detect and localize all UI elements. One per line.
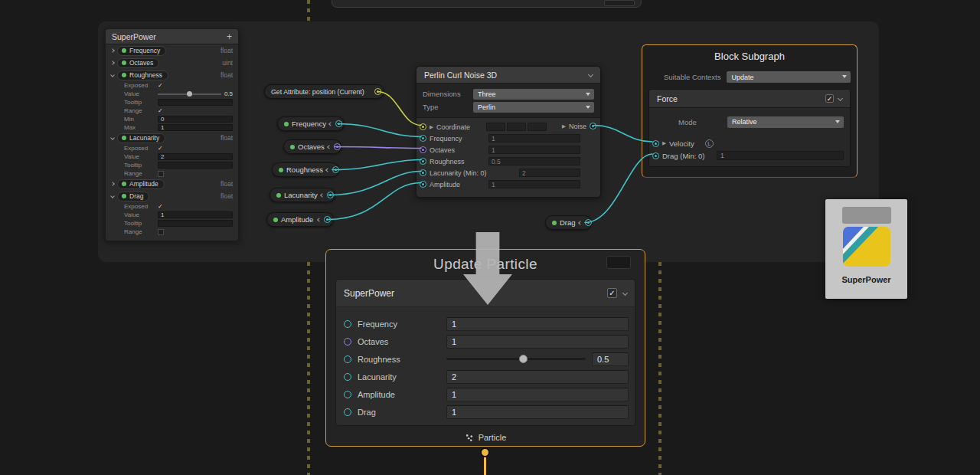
collapse-icon[interactable]	[110, 194, 115, 198]
expand-port-icon[interactable]: ▶	[662, 140, 666, 146]
dimensions-dropdown[interactable]: Three	[473, 89, 594, 100]
value-slider[interactable]	[158, 93, 221, 95]
value-field[interactable]: 2	[446, 370, 629, 384]
enabled-checkbox[interactable]: ✓	[825, 94, 834, 103]
output-port[interactable]	[327, 192, 334, 198]
expand-icon[interactable]	[110, 61, 115, 65]
property-pill[interactable]: Amplitude	[117, 179, 165, 189]
drag-value-field[interactable]: 1	[717, 151, 844, 160]
chevron-down-icon[interactable]	[622, 290, 628, 296]
output-port[interactable]	[335, 120, 342, 127]
x-field[interactable]	[486, 123, 505, 131]
chevron-down-icon[interactable]	[838, 96, 843, 101]
param-node-lacunarity[interactable]: Lacunarity	[270, 188, 335, 202]
slider-handle[interactable]	[187, 91, 192, 97]
collapse-icon[interactable]	[578, 221, 583, 225]
collapse-icon[interactable]	[110, 73, 115, 77]
node-header[interactable]: Perlin Curl Noise 3D	[416, 67, 600, 84]
value-field[interactable]: 0.5	[592, 352, 629, 366]
param-node-roughness[interactable]: Roughness	[272, 162, 339, 177]
input-port[interactable]	[420, 123, 426, 130]
input-port[interactable]	[344, 355, 351, 363]
input-port[interactable]	[344, 320, 351, 328]
property-pill[interactable]: Lacunarity	[117, 133, 165, 143]
param-node-octaves[interactable]: Octaves	[283, 139, 341, 154]
add-property-button[interactable]: +	[227, 31, 232, 42]
input-port[interactable]	[420, 146, 426, 153]
space-badge[interactable]: L	[705, 139, 714, 148]
context-header-badge[interactable]	[606, 256, 631, 269]
input-port[interactable]	[420, 181, 426, 188]
value-input[interactable]: 1	[158, 211, 233, 218]
value-field[interactable]: 1	[446, 335, 629, 349]
param-node-frequency[interactable]: Frequency	[277, 116, 345, 131]
blackboard-item-frequency[interactable]: Frequency float	[106, 44, 238, 57]
value-field[interactable]: 1	[446, 388, 629, 401]
property-pill[interactable]: Roughness	[117, 70, 168, 80]
value-field[interactable]: 2	[519, 169, 580, 177]
enabled-checkbox[interactable]: ✓	[607, 288, 617, 298]
blackboard-item-octaves[interactable]: Octaves uint	[106, 57, 238, 69]
type-dropdown[interactable]: Perlin	[473, 102, 594, 113]
property-pill[interactable]: Octaves	[117, 58, 159, 68]
input-port[interactable]	[344, 373, 351, 381]
get-attribute-node[interactable]: Get Attribute: position (Current)	[264, 84, 384, 99]
output-port[interactable]	[334, 143, 341, 150]
param-node-amplitude[interactable]: Amplitude	[266, 212, 334, 227]
output-port[interactable]	[374, 88, 381, 95]
value-input[interactable]: 2	[158, 153, 233, 160]
value-field[interactable]: 0.5	[488, 157, 580, 165]
collapse-icon[interactable]	[328, 122, 333, 126]
output-port[interactable]	[590, 123, 596, 129]
mode-dropdown[interactable]: Relative	[727, 116, 844, 128]
input-port[interactable]	[344, 338, 351, 346]
property-pill[interactable]: Drag	[117, 192, 149, 201]
tooltip-input[interactable]	[158, 162, 233, 169]
checkbox-checked-icon[interactable]: ✓	[158, 108, 163, 114]
expand-icon[interactable]	[110, 182, 115, 186]
expand-port-icon[interactable]: ▶	[430, 124, 433, 130]
roughness-slider[interactable]	[446, 358, 586, 360]
input-port[interactable]	[344, 391, 351, 398]
chevron-down-icon[interactable]	[588, 72, 593, 77]
context-flow-port[interactable]	[480, 447, 490, 457]
block-header[interactable]: Force ✓	[649, 90, 850, 108]
checkbox-unchecked[interactable]	[158, 229, 164, 235]
perlin-curl-noise-node[interactable]: Perlin Curl Noise 3D Dimensions Three Ty…	[416, 66, 601, 198]
input-port[interactable]	[652, 152, 659, 159]
checkbox-checked-icon[interactable]: ✓	[158, 83, 163, 89]
value-field[interactable]: 1	[488, 134, 580, 142]
collapse-icon[interactable]	[327, 145, 332, 149]
y-field[interactable]	[507, 123, 526, 131]
slider-track[interactable]	[446, 358, 586, 360]
collapse-icon[interactable]	[110, 136, 115, 140]
checkbox-checked-icon[interactable]: ✓	[158, 204, 163, 210]
value-number[interactable]: 0.5	[224, 90, 233, 97]
value-field[interactable]: 1	[488, 146, 580, 154]
force-block[interactable]: Force ✓ Mode Relative ▶ Velocity L Drag …	[648, 89, 851, 167]
output-port[interactable]	[324, 216, 331, 223]
z-field[interactable]	[528, 123, 547, 131]
slider-track[interactable]	[158, 93, 221, 95]
min-input[interactable]: 0	[158, 116, 233, 123]
max-input[interactable]: 1	[158, 124, 233, 131]
contexts-dropdown[interactable]: Update	[727, 71, 851, 83]
output-port[interactable]	[585, 219, 592, 226]
tooltip-input[interactable]	[158, 220, 233, 227]
collapse-icon[interactable]	[317, 218, 322, 222]
input-port[interactable]	[344, 408, 351, 416]
value-field[interactable]: 1	[488, 180, 580, 188]
expand-icon[interactable]	[110, 48, 115, 53]
param-node-drag[interactable]: Drag	[545, 215, 592, 230]
tooltip-input[interactable]	[158, 99, 233, 106]
input-port[interactable]	[420, 158, 426, 165]
blackboard-item-lacunarity[interactable]: Lacunarity float	[106, 132, 238, 144]
blackboard-item-amplitude[interactable]: Amplitude float	[106, 178, 238, 190]
blackboard-item-roughness[interactable]: Roughness float	[106, 69, 238, 81]
blackboard-item-drag[interactable]: Drag float	[106, 190, 238, 202]
collapse-icon[interactable]	[320, 193, 325, 198]
value-field[interactable]: 1	[446, 405, 629, 419]
checkbox-checked-icon[interactable]: ✓	[158, 146, 163, 152]
input-port[interactable]	[420, 135, 426, 142]
value-field[interactable]: 1	[446, 317, 629, 331]
